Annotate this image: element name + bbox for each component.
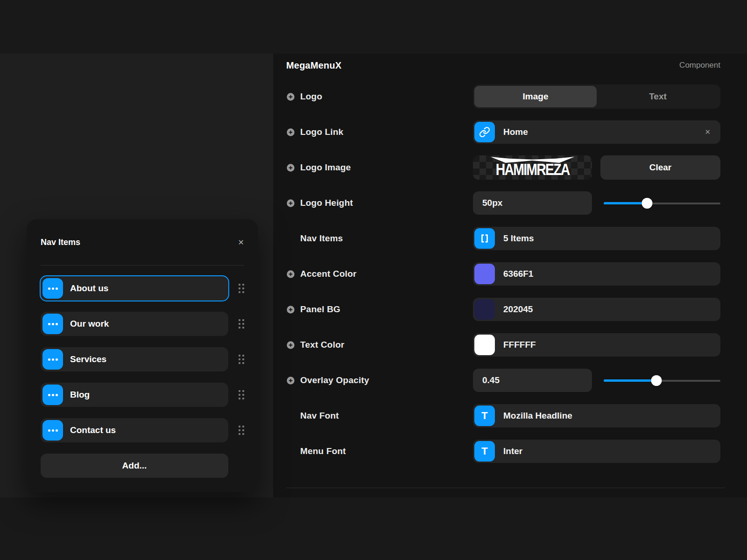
row-overlay-opacity: Overlay Opacity 0.45 [286,363,720,398]
popover-title: Nav Items [41,238,80,247]
nav-items-list: About us Our work Services Blog [41,276,244,478]
row-logo: Logo Image Text [286,79,720,114]
component-type-badge: Component [679,61,720,70]
row-nav-items: Nav Items 5 Items [286,221,720,256]
accent-color-swatch[interactable] [474,264,495,284]
logo-height-slider[interactable] [604,198,720,209]
text-color-swatch[interactable] [474,335,495,355]
logo-image-thumbnail[interactable]: HAMIMREZA [473,155,592,180]
drag-handle-icon[interactable] [239,426,244,435]
nav-item-blog[interactable]: Blog [41,383,228,407]
list-item-row: Our work [41,312,244,336]
close-icon[interactable]: ✕ [238,238,244,247]
slider-thumb[interactable] [651,375,662,386]
plus-circle-icon[interactable] [286,341,295,350]
slider-thumb[interactable] [641,198,652,209]
menu-dots-icon [42,349,63,370]
nav-item-our-work[interactable]: Our work [41,312,228,336]
plus-circle-icon[interactable] [286,199,295,208]
drag-handle-icon[interactable] [239,284,244,293]
clear-link-icon[interactable]: ✕ [705,128,719,136]
properties-panel: MegaMenuX Component Logo Image Text Logo… [273,54,747,497]
row-logo-height-label: Logo Height [286,198,473,208]
row-logo-height: Logo Height 50px [286,185,720,221]
nav-item-contact-us[interactable]: Contact us [41,418,228,442]
text-color-field[interactable]: FFFFFF [473,333,720,357]
segment-text[interactable]: Text [597,86,719,107]
nav-items-popover: Nav Items ✕ About us Our work Services [27,219,258,492]
list-item-row: Contact us [41,418,244,442]
text-color-hex: FFFFFF [503,340,536,350]
font-icon: T [474,406,495,426]
row-nav-items-label: Nav Items [286,233,473,244]
panel-bg-swatch[interactable] [474,299,495,320]
logo-link-field[interactable]: Home ✕ [473,120,720,144]
panel-bg-hex: 202045 [503,304,533,315]
list-item-row: Services [41,347,244,371]
nav-font-field[interactable]: T Mozilla Headline [473,404,720,427]
panel-bg-field[interactable]: 202045 [473,298,720,321]
font-icon: T [474,441,495,462]
slider-fill [604,379,656,382]
overlay-opacity-input[interactable]: 0.45 [473,369,592,392]
plus-circle-icon[interactable] [286,128,295,137]
list-item-row: About us [41,276,244,301]
row-accent-color: Accent Color 6366F1 [286,256,720,292]
logo-height-input[interactable]: 50px [473,191,592,215]
menu-dots-icon [42,278,63,299]
clear-image-button[interactable]: Clear [600,155,720,180]
drag-handle-icon[interactable] [239,355,244,364]
menu-font-field[interactable]: T Inter [473,440,720,463]
row-logo-image-label: Logo Image [286,162,473,173]
row-logo-image: Logo Image HAMIMREZA Clear [286,150,720,185]
row-text-color: Text Color FFFFFF [286,327,720,363]
plus-circle-icon[interactable] [286,270,295,279]
menu-dots-icon [42,420,63,441]
menu-font-value: Inter [503,446,522,456]
nav-items-count: 5 Items [503,233,534,244]
row-nav-font-label: Nav Font [286,411,473,421]
row-nav-font: Nav Font T Mozilla Headline [286,398,720,434]
accent-color-field[interactable]: 6366F1 [473,262,720,286]
list-item-row: Blog [41,383,244,407]
row-panel-bg: Panel BG 202045 [286,292,720,327]
logo-image-preview: HAMIMREZA [491,157,575,178]
plus-circle-icon[interactable] [286,163,295,172]
panel-header: MegaMenuX Component [286,54,720,77]
row-logo-link-label: Logo Link [286,127,473,137]
menu-dots-icon [42,314,63,334]
link-icon [474,122,495,142]
popover-header: Nav Items ✕ [41,219,244,266]
nav-font-value: Mozilla Headline [503,411,572,421]
component-title: MegaMenuX [286,60,341,71]
row-logo-label: Logo [286,91,473,102]
plus-circle-icon[interactable] [286,92,295,101]
nav-items-field[interactable]: 5 Items [473,227,720,250]
row-overlay-opacity-label: Overlay Opacity [286,375,473,385]
nav-item-about-us[interactable]: About us [41,276,228,301]
row-accent-color-label: Accent Color [286,269,473,279]
row-menu-font-label: Menu Font [286,446,473,456]
add-item-button[interactable]: Add... [41,454,228,478]
row-text-color-label: Text Color [286,340,473,350]
overlay-opacity-slider[interactable] [604,375,720,386]
segment-image[interactable]: Image [474,86,597,107]
row-menu-font: Menu Font T Inter [286,434,720,469]
row-logo-link: Logo Link Home ✕ [286,114,720,150]
nav-item-services[interactable]: Services [41,347,228,371]
accent-color-hex: 6366F1 [503,269,533,279]
drag-handle-icon[interactable] [239,319,244,329]
row-panel-bg-label: Panel BG [286,304,473,315]
drag-handle-icon[interactable] [239,390,244,399]
plus-circle-icon[interactable] [286,305,295,314]
array-brackets-icon [474,228,495,249]
list-item-row: Add... [41,454,244,478]
panel-bottom-divider [286,488,725,488]
slider-fill [604,202,647,204]
logo-segmented-control: Image Text [473,84,720,109]
plus-circle-icon[interactable] [286,376,295,385]
menu-dots-icon [42,385,63,405]
logo-link-value: Home [503,127,528,137]
